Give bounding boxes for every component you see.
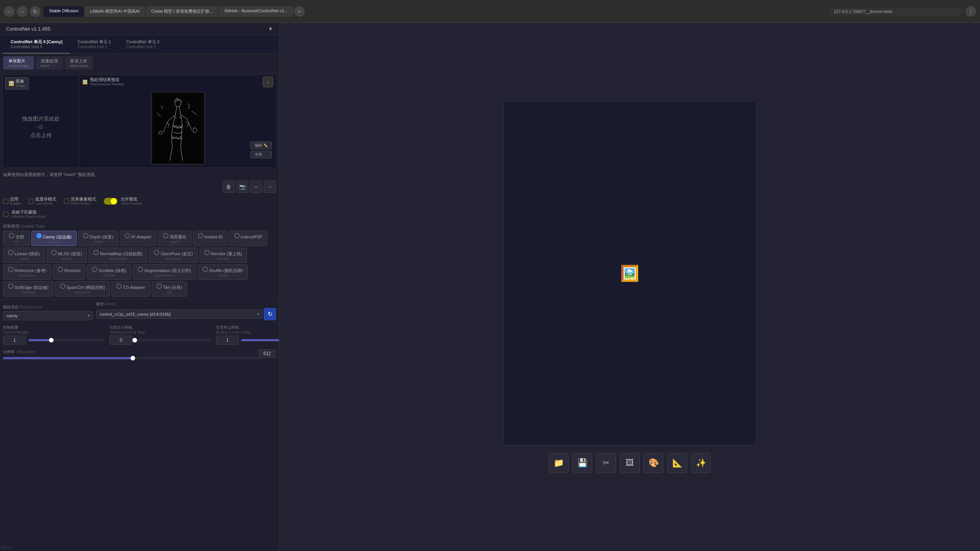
cn-tab-2[interactable]: ControlNet 单元 2 ControlNet Unit 2 xyxy=(119,35,167,54)
img-tab-batch[interactable]: 批量处理 Batch xyxy=(36,56,63,70)
model-refresh-button[interactable]: ↻ xyxy=(264,308,276,320)
tab-liblib[interactable]: LiblibAI-模型库AI-中国风AI xyxy=(85,6,145,17)
ct-normalmap[interactable]: NormalMap (法线贴图) NormalMap xyxy=(88,248,147,263)
menu-button[interactable]: ⋮ xyxy=(965,6,976,17)
tab-stable-diffusion[interactable]: Stable Diffusion xyxy=(44,6,84,17)
ending-step-group: 引导终止时机 Ending Control Step xyxy=(216,325,279,345)
allow-preview-toggle[interactable] xyxy=(104,198,118,205)
resolution-slider[interactable] xyxy=(3,357,262,359)
low-vram-checkbox[interactable] xyxy=(28,199,34,204)
starting-step-en: Starting Control Step xyxy=(109,330,211,334)
download-preview-btn[interactable]: ↓ xyxy=(263,77,273,87)
ct-reference[interactable]: Reference (参考) Reference xyxy=(3,264,51,280)
image-icon-small: 🖼️ xyxy=(8,81,14,86)
pixel-perfect-option[interactable]: 完美像素模式 Pixel Perfect xyxy=(64,197,96,206)
ct-ip-adapter[interactable]: IP-Adapter xyxy=(120,231,157,246)
control-weight-group: 控制权重 Control Weight xyxy=(3,325,105,345)
reload-button[interactable]: ↻ xyxy=(30,6,41,17)
ct-ip-zh: IP-Adapter xyxy=(131,235,152,239)
low-vram-option[interactable]: 低显存模式 Low VRAM xyxy=(28,197,56,206)
starting-step-track[interactable] xyxy=(135,339,211,341)
ct-revision-radio xyxy=(58,267,63,272)
ct-instructp2p[interactable]: InstructP2P xyxy=(229,231,268,246)
camera-button[interactable]: 📷 xyxy=(236,181,248,193)
control-weight-input[interactable] xyxy=(3,336,26,345)
weight-row: 控制权重 Control Weight 引导介入时机 Star xyxy=(0,323,279,347)
ct-seg-radio xyxy=(138,267,143,272)
ct-mlsd[interactable]: MLSD (直线) MLSD xyxy=(46,248,87,263)
sparkle-button[interactable]: ✨ xyxy=(691,453,711,473)
crop-button[interactable]: ✂ xyxy=(596,453,616,473)
ct-softedge[interactable]: SoftEdge (软边缘) SoftEdge xyxy=(3,281,54,297)
edit-button[interactable]: 编辑 ✏️ xyxy=(250,142,272,149)
ct-reference-en: Reference xyxy=(8,274,46,277)
ct-shuffle[interactable]: Shuffle (随机洗牌) Shuffle xyxy=(198,264,248,280)
drag-text: 拖放图片至此处 xyxy=(22,116,60,122)
ct-instant-zh: Instant-ID xyxy=(204,235,223,239)
address-bar[interactable]: 127.0.0.1:7860/?__theme=dark xyxy=(828,8,962,15)
forward-button[interactable]: → xyxy=(17,6,28,17)
ct-all[interactable]: 全部 All xyxy=(3,231,30,246)
ct-inpaint[interactable]: 局部重绘 Inpaint xyxy=(158,231,191,246)
effective-region-en: Effective Region Mask xyxy=(11,215,46,219)
ct-tile[interactable]: Tile (分块) Tile xyxy=(152,281,187,297)
ct-normalmap-zh: NormalMap (法线贴图) xyxy=(100,251,142,256)
cn-tab-0[interactable]: ControlNet 单元 0 [Canny] ControlNet Unit … xyxy=(3,35,70,54)
resolution-thumb[interactable] xyxy=(131,356,135,360)
effective-region-option[interactable]: 高效子区蒙版 Effective Region Mask xyxy=(0,208,279,221)
back-button[interactable]: ← xyxy=(4,6,15,17)
paint-button[interactable]: 🎨 xyxy=(644,453,663,473)
ending-step-track[interactable] xyxy=(241,339,279,341)
drag-click[interactable]: 点击上传 xyxy=(22,132,60,139)
image-upload-left[interactable]: 🖼️ 图像 Image 拖放图片至此处 - 或 - 点击上传 xyxy=(3,75,79,168)
watermark: torcce xyxy=(2,545,12,549)
allow-preview-option[interactable]: 允许预览 Allow Preview xyxy=(104,197,142,206)
img-tab-single[interactable]: 单张图片 Single Image xyxy=(3,56,34,70)
ct-shuffle-radio xyxy=(203,267,208,272)
control-weight-track[interactable] xyxy=(28,339,105,341)
pixel-perfect-checkbox[interactable] xyxy=(64,199,69,204)
cn-tab-1[interactable]: ControlNet 单元 1 ControlNet Unit 1 xyxy=(70,35,119,54)
new-tab-button[interactable]: + xyxy=(294,6,305,17)
sketch-svg xyxy=(153,94,203,163)
close-button[interactable]: 关闭 xyxy=(250,151,272,158)
ending-step-input[interactable] xyxy=(216,336,239,345)
enable-option[interactable]: 启用 Enable xyxy=(3,197,21,206)
control-weight-thumb[interactable] xyxy=(49,338,54,342)
tab-civitai[interactable]: Civitai 模型 | 发现免费稳定扩散... xyxy=(146,6,218,17)
effective-region-checkbox[interactable] xyxy=(3,212,8,217)
ct-sparsectrl[interactable]: SparsCtrl (稀疏控制) SparseCtrl xyxy=(55,281,110,297)
ct-scribble[interactable]: Scribble (涂鸦) Scribble xyxy=(87,264,131,280)
ct-instant-id[interactable]: Instant-ID xyxy=(193,231,228,246)
ct-segmentation[interactable]: Segmentation (语义分割) Segmentation xyxy=(133,264,196,280)
ct-revision[interactable]: Revision xyxy=(53,264,85,280)
preprocessor-select[interactable]: canny xyxy=(3,311,93,320)
clear-button[interactable]: 🗑 xyxy=(222,181,235,193)
send-button[interactable]: → xyxy=(264,181,276,193)
measure-button[interactable]: 📐 xyxy=(667,453,687,473)
folder-button[interactable]: 📁 xyxy=(549,453,568,473)
ct-depth[interactable]: Depth (深度) Depth xyxy=(78,231,118,246)
panel-title: ControlNet v1.1.455 ▼ xyxy=(0,23,279,35)
preprocessor-group: 预处理器 Preprocessor canny xyxy=(3,305,93,320)
img-tab-multi[interactable]: 多张上传 Multi-Inputs xyxy=(65,56,93,70)
flip-button[interactable]: ↔ xyxy=(250,181,262,193)
image-view-button[interactable]: 🖼 xyxy=(620,453,640,473)
starting-step-input[interactable] xyxy=(109,336,132,345)
enable-en: Enable xyxy=(10,202,21,206)
ct-recolor[interactable]: Recolor (重上色) Recolor xyxy=(199,248,247,263)
ct-canny-zh: Canny (边边缘) xyxy=(43,235,72,239)
save-button[interactable]: 💾 xyxy=(572,453,592,473)
ct-lineart[interactable]: Lineart (线稿) Lineart xyxy=(3,248,45,263)
ct-t2i[interactable]: T2I-Adapter xyxy=(111,281,150,297)
main-layout: ControlNet v1.1.455 ▼ ControlNet 单元 0 [C… xyxy=(0,23,980,551)
ct-instruct-radio xyxy=(234,233,240,238)
tab-github[interactable]: GitHub - Illyasviel/ControlNet-v1... xyxy=(219,6,293,17)
starting-step-thumb[interactable] xyxy=(132,338,137,342)
ct-openpose[interactable]: OpenPose (姿态) OpenPose xyxy=(149,248,198,263)
collapse-icon[interactable]: ▼ xyxy=(268,26,273,32)
enable-checkbox[interactable] xyxy=(3,199,8,204)
model-select[interactable]: control_v11p_sd15_canny [d14c016b] xyxy=(96,310,262,319)
ct-tile-zh: Tile (分块) xyxy=(163,285,182,290)
ct-canny[interactable]: Canny (边边缘) Canny xyxy=(31,231,77,246)
